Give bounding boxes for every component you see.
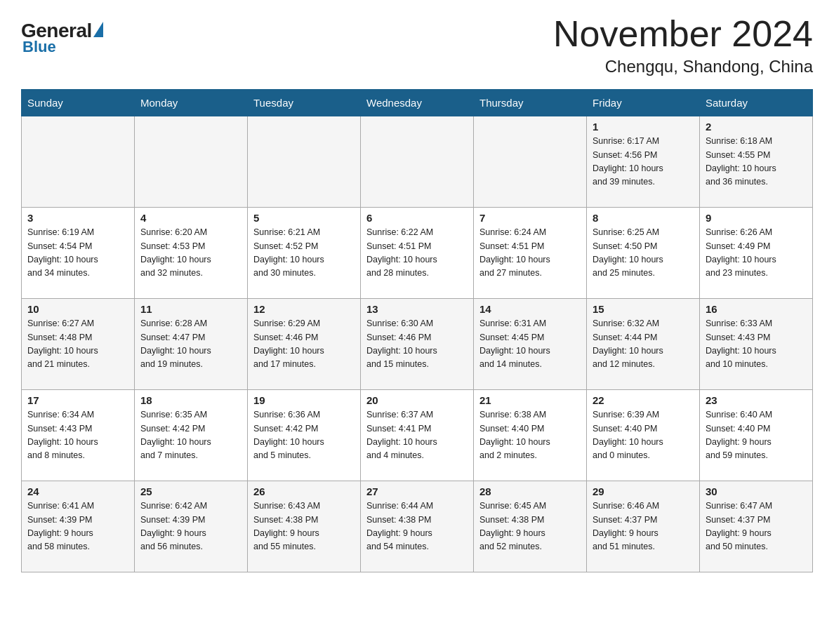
page-header: General Blue November 2024 Chengqu, Shan…	[21, 14, 813, 76]
table-row	[135, 116, 248, 208]
table-row: 19Sunrise: 6:36 AMSunset: 4:42 PMDayligh…	[248, 390, 361, 481]
day-number: 23	[706, 394, 807, 406]
calendar-row: 3Sunrise: 6:19 AMSunset: 4:54 PMDaylight…	[22, 208, 813, 299]
day-info: Sunrise: 6:17 AMSunset: 4:56 PMDaylight:…	[593, 135, 694, 189]
day-number: 22	[593, 394, 694, 406]
table-row: 24Sunrise: 6:41 AMSunset: 4:39 PMDayligh…	[22, 481, 135, 572]
calendar-row: 17Sunrise: 6:34 AMSunset: 4:43 PMDayligh…	[22, 390, 813, 481]
day-number: 3	[27, 212, 128, 224]
day-number: 16	[706, 303, 807, 315]
logo-blue-text: Blue	[22, 38, 56, 56]
day-info: Sunrise: 6:21 AMSunset: 4:52 PMDaylight:…	[253, 226, 355, 281]
day-info: Sunrise: 6:37 AMSunset: 4:41 PMDaylight:…	[366, 408, 468, 463]
table-row	[361, 116, 474, 208]
day-number: 18	[140, 394, 241, 406]
calendar-table: SundayMondayTuesdayWednesdayThursdayFrid…	[21, 89, 813, 572]
table-row: 14Sunrise: 6:31 AMSunset: 4:45 PMDayligh…	[474, 299, 587, 390]
logo: General Blue	[21, 14, 103, 56]
day-info: Sunrise: 6:35 AMSunset: 4:42 PMDaylight:…	[140, 408, 241, 463]
day-number: 25	[140, 485, 241, 497]
day-number: 1	[593, 121, 694, 133]
table-row: 8Sunrise: 6:25 AMSunset: 4:50 PMDaylight…	[587, 208, 700, 299]
table-row: 7Sunrise: 6:24 AMSunset: 4:51 PMDaylight…	[474, 208, 587, 299]
table-row: 11Sunrise: 6:28 AMSunset: 4:47 PMDayligh…	[135, 299, 248, 390]
day-info: Sunrise: 6:41 AMSunset: 4:39 PMDaylight:…	[27, 499, 128, 554]
table-row: 2Sunrise: 6:18 AMSunset: 4:55 PMDaylight…	[700, 116, 813, 208]
weekday-header-tuesday: Tuesday	[248, 90, 361, 116]
title-block: November 2024 Chengqu, Shandong, China	[553, 14, 813, 76]
day-number: 10	[27, 303, 128, 315]
day-info: Sunrise: 6:44 AMSunset: 4:38 PMDaylight:…	[366, 499, 468, 554]
weekday-header-wednesday: Wednesday	[361, 90, 474, 116]
day-number: 14	[479, 303, 581, 315]
day-number: 7	[479, 212, 581, 224]
day-number: 29	[593, 485, 694, 497]
day-number: 15	[593, 303, 694, 315]
day-number: 2	[706, 121, 807, 133]
weekday-header-saturday: Saturday	[700, 90, 813, 116]
table-row: 15Sunrise: 6:32 AMSunset: 4:44 PMDayligh…	[587, 299, 700, 390]
calendar-row: 10Sunrise: 6:27 AMSunset: 4:48 PMDayligh…	[22, 299, 813, 390]
table-row: 29Sunrise: 6:46 AMSunset: 4:37 PMDayligh…	[587, 481, 700, 572]
weekday-header-thursday: Thursday	[474, 90, 587, 116]
table-row: 3Sunrise: 6:19 AMSunset: 4:54 PMDaylight…	[22, 208, 135, 299]
day-info: Sunrise: 6:31 AMSunset: 4:45 PMDaylight:…	[479, 317, 581, 372]
day-number: 8	[593, 212, 694, 224]
table-row: 9Sunrise: 6:26 AMSunset: 4:49 PMDaylight…	[700, 208, 813, 299]
table-row: 23Sunrise: 6:40 AMSunset: 4:40 PMDayligh…	[700, 390, 813, 481]
day-number: 12	[253, 303, 355, 315]
day-info: Sunrise: 6:27 AMSunset: 4:48 PMDaylight:…	[27, 317, 128, 372]
day-number: 5	[253, 212, 355, 224]
weekday-header-row: SundayMondayTuesdayWednesdayThursdayFrid…	[22, 90, 813, 116]
table-row: 13Sunrise: 6:30 AMSunset: 4:46 PMDayligh…	[361, 299, 474, 390]
table-row: 16Sunrise: 6:33 AMSunset: 4:43 PMDayligh…	[700, 299, 813, 390]
calendar-location: Chengqu, Shandong, China	[553, 57, 813, 76]
table-row: 18Sunrise: 6:35 AMSunset: 4:42 PMDayligh…	[135, 390, 248, 481]
day-info: Sunrise: 6:45 AMSunset: 4:38 PMDaylight:…	[479, 499, 581, 554]
table-row: 6Sunrise: 6:22 AMSunset: 4:51 PMDaylight…	[361, 208, 474, 299]
day-info: Sunrise: 6:42 AMSunset: 4:39 PMDaylight:…	[140, 499, 241, 554]
day-info: Sunrise: 6:22 AMSunset: 4:51 PMDaylight:…	[366, 226, 468, 281]
day-info: Sunrise: 6:30 AMSunset: 4:46 PMDaylight:…	[366, 317, 468, 372]
day-number: 13	[366, 303, 468, 315]
table-row	[474, 116, 587, 208]
table-row: 5Sunrise: 6:21 AMSunset: 4:52 PMDaylight…	[248, 208, 361, 299]
day-info: Sunrise: 6:26 AMSunset: 4:49 PMDaylight:…	[706, 226, 807, 281]
day-info: Sunrise: 6:24 AMSunset: 4:51 PMDaylight:…	[479, 226, 581, 281]
table-row	[22, 116, 135, 208]
day-number: 4	[140, 212, 241, 224]
table-row: 25Sunrise: 6:42 AMSunset: 4:39 PMDayligh…	[135, 481, 248, 572]
day-info: Sunrise: 6:29 AMSunset: 4:46 PMDaylight:…	[253, 317, 355, 372]
day-info: Sunrise: 6:18 AMSunset: 4:55 PMDaylight:…	[706, 135, 807, 189]
weekday-header-monday: Monday	[135, 90, 248, 116]
table-row: 30Sunrise: 6:47 AMSunset: 4:37 PMDayligh…	[700, 481, 813, 572]
table-row: 27Sunrise: 6:44 AMSunset: 4:38 PMDayligh…	[361, 481, 474, 572]
table-row: 22Sunrise: 6:39 AMSunset: 4:40 PMDayligh…	[587, 390, 700, 481]
weekday-header-sunday: Sunday	[22, 90, 135, 116]
day-info: Sunrise: 6:32 AMSunset: 4:44 PMDaylight:…	[593, 317, 694, 372]
table-row: 21Sunrise: 6:38 AMSunset: 4:40 PMDayligh…	[474, 390, 587, 481]
day-info: Sunrise: 6:36 AMSunset: 4:42 PMDaylight:…	[253, 408, 355, 463]
day-info: Sunrise: 6:19 AMSunset: 4:54 PMDaylight:…	[27, 226, 128, 281]
day-info: Sunrise: 6:40 AMSunset: 4:40 PMDaylight:…	[706, 408, 807, 463]
day-number: 21	[479, 394, 581, 406]
day-number: 24	[27, 485, 128, 497]
day-info: Sunrise: 6:39 AMSunset: 4:40 PMDaylight:…	[593, 408, 694, 463]
table-row: 20Sunrise: 6:37 AMSunset: 4:41 PMDayligh…	[361, 390, 474, 481]
table-row: 4Sunrise: 6:20 AMSunset: 4:53 PMDaylight…	[135, 208, 248, 299]
calendar-body: 1Sunrise: 6:17 AMSunset: 4:56 PMDaylight…	[22, 116, 813, 572]
day-info: Sunrise: 6:20 AMSunset: 4:53 PMDaylight:…	[140, 226, 241, 281]
day-number: 30	[706, 485, 807, 497]
table-row: 10Sunrise: 6:27 AMSunset: 4:48 PMDayligh…	[22, 299, 135, 390]
day-number: 20	[366, 394, 468, 406]
logo-triangle-icon	[93, 22, 103, 37]
calendar-title: November 2024	[553, 14, 813, 54]
day-number: 9	[706, 212, 807, 224]
day-number: 26	[253, 485, 355, 497]
day-number: 19	[253, 394, 355, 406]
weekday-header-friday: Friday	[587, 90, 700, 116]
calendar-row: 24Sunrise: 6:41 AMSunset: 4:39 PMDayligh…	[22, 481, 813, 572]
calendar-header: SundayMondayTuesdayWednesdayThursdayFrid…	[22, 90, 813, 116]
table-row: 1Sunrise: 6:17 AMSunset: 4:56 PMDaylight…	[587, 116, 700, 208]
day-info: Sunrise: 6:38 AMSunset: 4:40 PMDaylight:…	[479, 408, 581, 463]
